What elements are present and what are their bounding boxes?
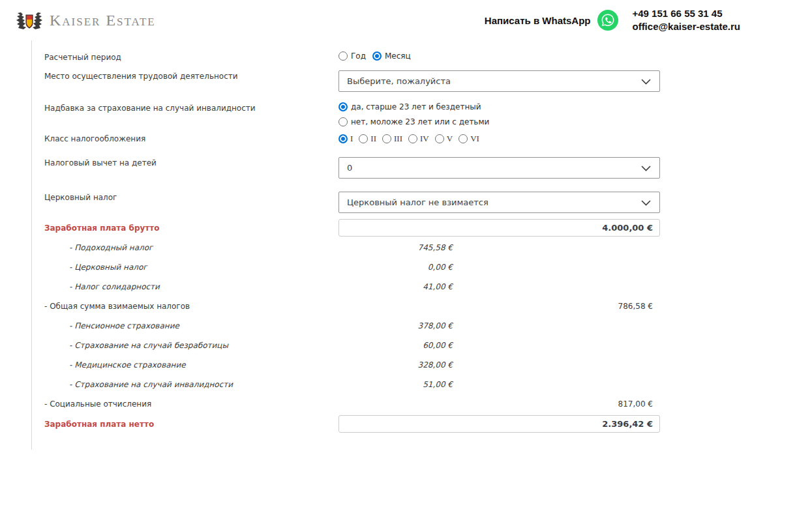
radio-month-icon[interactable]	[372, 51, 382, 61]
radio-class-2-icon[interactable]	[359, 134, 368, 143]
social-total-value: 817,00 €	[618, 399, 653, 409]
medical-label: - Медицинское страхование	[44, 360, 186, 369]
children-select-value: 0	[347, 163, 352, 173]
disability-insurance-value: 51,00 €	[423, 380, 453, 389]
tax-class-option-2[interactable]: II	[359, 134, 376, 144]
tax-class-option-6[interactable]: VI	[459, 134, 479, 144]
radio-class-6-icon[interactable]	[459, 134, 468, 143]
chevron-down-icon	[641, 79, 651, 85]
radio-option-year[interactable]: Год	[338, 51, 366, 61]
radio-disability-yes-icon[interactable]	[338, 102, 348, 111]
radio-class-3-icon[interactable]	[382, 134, 391, 143]
breakdown-row: - Медицинское страхование 328,00 €	[44, 355, 453, 375]
radio-year-label: Год	[351, 51, 366, 61]
tax-class-options: I II III IV V VI	[338, 133, 660, 144]
tax-class-option-3[interactable]: III	[382, 134, 402, 144]
children-label: Налоговый вычет на детей	[44, 157, 338, 167]
net-input[interactable]	[338, 415, 660, 433]
church-label: Церковный налог	[44, 192, 338, 202]
workplace-select[interactable]: Выберите, пожалуйста	[338, 70, 660, 92]
row-disability: Надбавка за страхование на случай инвали…	[44, 102, 812, 126]
chevron-down-icon	[641, 200, 651, 206]
tax-breakdown: - Подоходный налог 745,58 € - Церковный …	[44, 238, 812, 414]
disability-no-label: нет, моложе 23 лет или с детьми	[351, 117, 489, 126]
radio-class-1-icon[interactable]	[338, 134, 348, 143]
disability-label: Надбавка за страхование на случай инвали…	[44, 102, 338, 113]
church-select-value: Церковный налог не взимается	[347, 197, 489, 207]
church-select[interactable]: Церковный налог не взимается	[338, 192, 660, 213]
disability-yes-label: да, старше 23 лет и бездетный	[351, 102, 481, 111]
header-contacts: Написать в WhatsApp +49 151 66 55 31 45 …	[485, 7, 740, 33]
gross-input[interactable]	[338, 219, 660, 237]
church-tax-label: - Церковный налог	[44, 263, 147, 272]
tax-total-row: - Общая сумма взимаемых налогов 786,58 €	[44, 297, 653, 316]
email-address[interactable]: office@kaiser-estate.ru	[632, 20, 740, 33]
phone-number[interactable]: +49 151 66 55 31 45	[632, 7, 740, 20]
breakdown-row: - Налог солидарности 41,00 €	[44, 277, 453, 297]
row-church: Церковный налог Церковный налог не взима…	[44, 192, 812, 213]
tax-total-value: 786,58 €	[618, 302, 653, 311]
breakdown-row: - Пенсионное страхование 378,00 €	[44, 316, 453, 336]
unemployment-value: 60,00 €	[423, 341, 453, 350]
radio-month-label: Месяц	[385, 51, 411, 61]
children-select[interactable]: 0	[338, 157, 660, 179]
income-tax-value: 745,58 €	[418, 243, 453, 252]
radio-year-icon[interactable]	[338, 51, 348, 61]
contact-block: +49 151 66 55 31 45 office@kaiser-estate…	[632, 7, 740, 33]
header: Kaiser Estate Написать в WhatsApp +49 15…	[0, 0, 812, 40]
radio-disability-no-icon[interactable]	[338, 117, 348, 126]
solidarity-tax-label: - Налог солидарности	[44, 282, 160, 291]
church-tax-value: 0,00 €	[428, 263, 453, 272]
solidarity-tax-value: 41,00 €	[423, 282, 453, 291]
workplace-select-value: Выберите, пожалуйста	[347, 76, 451, 86]
row-gross: Заработная плата брутто	[44, 219, 812, 237]
period-options: Год Месяц	[338, 51, 660, 61]
whatsapp-block: Написать в WhatsApp	[485, 9, 620, 31]
whatsapp-icon[interactable]	[597, 9, 619, 31]
workplace-label: Место осуществления трудовой деятельност…	[44, 70, 338, 81]
income-tax-label: - Подоходный налог	[44, 243, 153, 252]
gross-label: Заработная плата брутто	[44, 219, 338, 233]
pension-label: - Пенсионное страхование	[44, 321, 179, 330]
breakdown-row: - Страхование на случай безработицы 60,0…	[44, 336, 453, 355]
row-tax-class: Класс налогообложения I II III IV V	[44, 133, 812, 144]
brand-logo[interactable]: Kaiser Estate	[14, 10, 156, 31]
whatsapp-link[interactable]: Написать в WhatsApp	[485, 15, 591, 26]
tax-class-label: Класс налогообложения	[44, 133, 338, 143]
medical-value: 328,00 €	[418, 360, 453, 369]
disability-option-yes[interactable]: да, старше 23 лет и бездетный	[338, 102, 660, 111]
salary-calculator: Расчетный период Год Месяц Место осущест…	[31, 40, 812, 450]
period-label: Расчетный период	[44, 51, 338, 62]
row-workplace: Место осуществления трудовой деятельност…	[44, 70, 812, 92]
brand-emblem-icon	[14, 10, 44, 31]
social-total-row: - Социальные отчисления 817,00 €	[44, 394, 653, 414]
unemployment-label: - Страхование на случай безработицы	[44, 341, 228, 350]
net-label: Заработная плата нетто	[44, 415, 338, 429]
radio-class-4-icon[interactable]	[408, 134, 417, 143]
chevron-down-icon	[641, 166, 651, 171]
tax-class-option-1[interactable]: I	[338, 134, 353, 144]
breakdown-row: - Церковный налог 0,00 €	[44, 257, 453, 277]
radio-class-5-icon[interactable]	[435, 134, 444, 143]
disability-option-no[interactable]: нет, моложе 23 лет или с детьми	[338, 117, 660, 126]
breakdown-row: - Страхование на случай инвалидности 51,…	[44, 375, 453, 394]
pension-value: 378,00 €	[418, 321, 453, 330]
disability-insurance-label: - Страхование на случай инвалидности	[44, 380, 233, 389]
tax-class-option-4[interactable]: IV	[408, 134, 429, 144]
tax-class-option-5[interactable]: V	[435, 134, 453, 144]
tax-total-label: - Общая сумма взимаемых налогов	[44, 302, 190, 311]
brand-wordmark: Kaiser Estate	[50, 12, 156, 29]
social-total-label: - Социальные отчисления	[44, 399, 151, 409]
row-children: Налоговый вычет на детей 0	[44, 157, 812, 179]
row-net: Заработная плата нетто	[44, 415, 812, 433]
row-period: Расчетный период Год Месяц	[44, 51, 812, 62]
radio-option-month[interactable]: Месяц	[372, 51, 411, 61]
breakdown-row: - Подоходный налог 745,58 €	[44, 238, 453, 257]
